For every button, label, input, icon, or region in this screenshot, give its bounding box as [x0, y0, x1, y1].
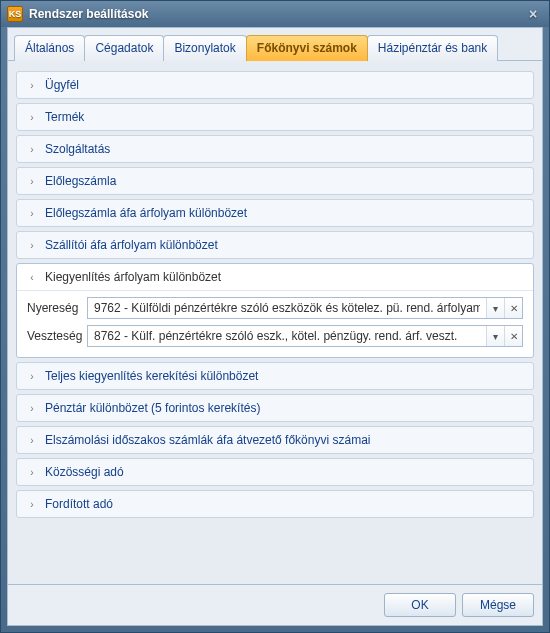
section-advance-invoice: › Előlegszámla: [16, 167, 534, 195]
section-header-service[interactable]: › Szolgáltatás: [17, 136, 533, 162]
section-community-tax: › Közösségi adó: [16, 458, 534, 486]
button-bar: OK Mégse: [8, 584, 542, 625]
settings-window: KS Rendszer beállítások × Általános Céga…: [0, 0, 550, 633]
section-label: Szolgáltatás: [45, 142, 110, 156]
loss-input[interactable]: [88, 326, 486, 346]
section-periodic-vat-transfer: › Elszámolási időszakos számlák áfa átve…: [16, 426, 534, 454]
section-header-cash-rounding[interactable]: › Pénztár különbözet (5 forintos kerekít…: [17, 395, 533, 421]
label-loss: Veszteség: [27, 329, 87, 343]
section-header-periodic-vat-transfer[interactable]: › Elszámolási időszakos számlák áfa átve…: [17, 427, 533, 453]
section-header-customer[interactable]: › Ügyfél: [17, 72, 533, 98]
chevron-right-icon: ›: [25, 435, 39, 446]
section-body-settlement-fx-diff: Nyereség ▾ ✕ Veszteség: [17, 290, 533, 357]
section-header-supplier-vat-diff[interactable]: › Szállítói áfa árfolyam különbözet: [17, 232, 533, 258]
label-profit: Nyereség: [27, 301, 87, 315]
cancel-button[interactable]: Mégse: [462, 593, 534, 617]
clear-button[interactable]: ✕: [504, 298, 522, 318]
tab-cash-bank[interactable]: Házipénztár és bank: [367, 35, 498, 61]
section-advance-vat-diff: › Előlegszámla áfa árfolyam különbözet: [16, 199, 534, 227]
section-label: Kiegyenlítés árfolyam különbözet: [45, 270, 221, 284]
content-panel: › Ügyfél › Termék › Szolgáltatás ›: [8, 61, 542, 584]
row-profit: Nyereség ▾ ✕: [27, 297, 523, 319]
tab-ledger-accounts[interactable]: Főkönyvi számok: [246, 35, 368, 61]
ok-button[interactable]: OK: [384, 593, 456, 617]
section-label: Teljes kiegyenlítés kerekítési különböze…: [45, 369, 258, 383]
tab-documents[interactable]: Bizonylatok: [163, 35, 246, 61]
profit-input[interactable]: [88, 298, 486, 318]
section-label: Szállítói áfa árfolyam különbözet: [45, 238, 218, 252]
section-customer: › Ügyfél: [16, 71, 534, 99]
tab-company[interactable]: Cégadatok: [84, 35, 164, 61]
chevron-right-icon: ›: [25, 371, 39, 382]
titlebar: KS Rendszer beállítások ×: [1, 1, 549, 27]
section-full-settlement-rounding: › Teljes kiegyenlítés kerekítési különbö…: [16, 362, 534, 390]
clear-button[interactable]: ✕: [504, 326, 522, 346]
chevron-right-icon: ›: [25, 467, 39, 478]
section-label: Termék: [45, 110, 84, 124]
section-settlement-fx-diff: ‹ Kiegyenlítés árfolyam különbözet Nyere…: [16, 263, 534, 358]
section-header-full-settlement-rounding[interactable]: › Teljes kiegyenlítés kerekítési különbö…: [17, 363, 533, 389]
section-label: Közösségi adó: [45, 465, 124, 479]
chevron-right-icon: ›: [25, 176, 39, 187]
close-icon: ×: [529, 6, 537, 22]
section-supplier-vat-diff: › Szállítói áfa árfolyam különbözet: [16, 231, 534, 259]
chevron-right-icon: ›: [25, 112, 39, 123]
section-label: Pénztár különbözet (5 forintos kerekítés…: [45, 401, 260, 415]
window-title: Rendszer beállítások: [29, 7, 521, 21]
section-product: › Termék: [16, 103, 534, 131]
tab-strip: Általános Cégadatok Bizonylatok Főkönyvi…: [8, 28, 542, 61]
chevron-down-icon: ▾: [493, 331, 498, 342]
close-icon: ✕: [510, 331, 518, 342]
combo-profit: ▾ ✕: [87, 297, 523, 319]
row-loss: Veszteség ▾ ✕: [27, 325, 523, 347]
section-header-advance-invoice[interactable]: › Előlegszámla: [17, 168, 533, 194]
section-reverse-tax: › Fordított adó: [16, 490, 534, 518]
dropdown-button[interactable]: ▾: [486, 298, 504, 318]
section-service: › Szolgáltatás: [16, 135, 534, 163]
chevron-right-icon: ›: [25, 80, 39, 91]
section-header-settlement-fx-diff[interactable]: ‹ Kiegyenlítés árfolyam különbözet: [17, 264, 533, 290]
section-label: Fordított adó: [45, 497, 113, 511]
chevron-down-icon: ▾: [493, 303, 498, 314]
section-label: Elszámolási időszakos számlák áfa átveze…: [45, 433, 370, 447]
section-header-community-tax[interactable]: › Közösségi adó: [17, 459, 533, 485]
chevron-right-icon: ›: [25, 208, 39, 219]
section-label: Ügyfél: [45, 78, 79, 92]
section-header-advance-vat-diff[interactable]: › Előlegszámla áfa árfolyam különbözet: [17, 200, 533, 226]
close-icon: ✕: [510, 303, 518, 314]
chevron-right-icon: ›: [25, 403, 39, 414]
section-header-product[interactable]: › Termék: [17, 104, 533, 130]
close-button[interactable]: ×: [521, 5, 545, 23]
chevron-right-icon: ›: [25, 499, 39, 510]
chevron-right-icon: ›: [25, 144, 39, 155]
section-label: Előlegszámla áfa árfolyam különbözet: [45, 206, 247, 220]
client-area: Általános Cégadatok Bizonylatok Főkönyvi…: [7, 27, 543, 626]
section-label: Előlegszámla: [45, 174, 116, 188]
app-icon: KS: [7, 6, 23, 22]
dropdown-button[interactable]: ▾: [486, 326, 504, 346]
section-cash-rounding: › Pénztár különbözet (5 forintos kerekít…: [16, 394, 534, 422]
section-header-reverse-tax[interactable]: › Fordított adó: [17, 491, 533, 517]
chevron-right-icon: ›: [25, 240, 39, 251]
chevron-left-icon: ‹: [25, 272, 39, 283]
combo-loss: ▾ ✕: [87, 325, 523, 347]
tab-general[interactable]: Általános: [14, 35, 85, 61]
